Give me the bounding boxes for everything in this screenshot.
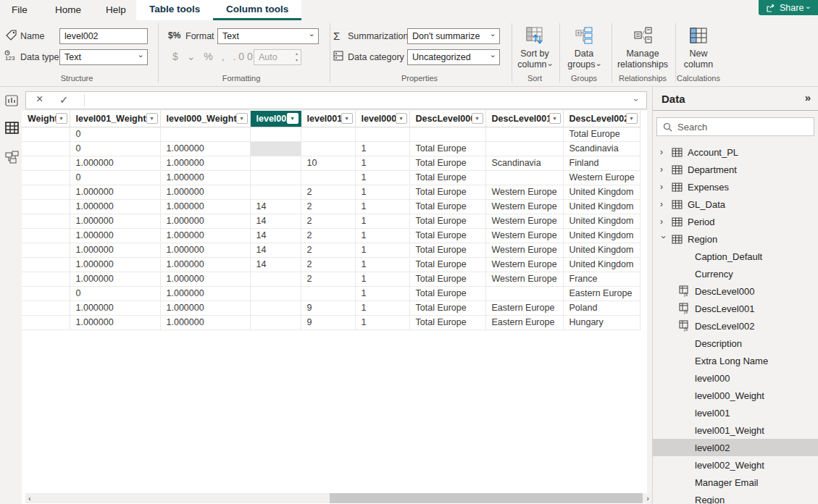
table-cell[interactable]: 2 xyxy=(301,272,355,286)
table-item-Region[interactable]: ›Region xyxy=(653,230,818,248)
table-cell[interactable] xyxy=(485,170,563,185)
format-select[interactable]: Text› xyxy=(217,28,319,44)
table-cell[interactable]: Scandinavia xyxy=(563,141,640,156)
filter-dropdown-icon[interactable]: ▾ xyxy=(341,113,353,124)
scroll-left-icon[interactable]: ‹ xyxy=(28,493,31,503)
table-cell[interactable]: Western Europe xyxy=(485,214,563,228)
expand-formula-bar-icon[interactable]: › xyxy=(632,98,640,101)
table-cell[interactable]: Eastern Europe xyxy=(563,286,640,301)
column-header-DescLevel000[interactable]: DescLevel000▾ xyxy=(409,111,485,127)
table-cell[interactable]: Total Europe xyxy=(563,127,640,141)
column-header-level000[interactable]: level000▾ xyxy=(355,111,409,127)
table-cell[interactable]: 1 xyxy=(355,228,409,243)
column-header-level001[interactable]: level001▾ xyxy=(301,111,355,127)
table-cell[interactable]: Total Europe xyxy=(409,214,485,228)
tab-file[interactable]: File xyxy=(7,0,32,20)
data-view-button[interactable] xyxy=(5,122,18,135)
table-cell[interactable]: Total Europe xyxy=(409,272,485,286)
table-cell[interactable]: 2 xyxy=(301,214,355,228)
table-item-Period[interactable]: ›Period xyxy=(653,213,818,230)
scrollbar-thumb[interactable] xyxy=(330,493,643,503)
column-header-Weight[interactable]: Weight▾ xyxy=(22,111,70,127)
table-cell[interactable] xyxy=(301,141,355,156)
table-cell[interactable]: Total Europe xyxy=(409,199,485,214)
table-cell[interactable]: 0 xyxy=(70,286,160,301)
column-header-DescLevel002[interactable]: DescLevel002▾ xyxy=(563,111,640,127)
field-item-DescLevel002[interactable]: fxDescLevel002 xyxy=(653,317,818,335)
model-view-button[interactable] xyxy=(5,151,18,164)
table-cell[interactable]: 1.000000 xyxy=(160,301,250,315)
table-cell[interactable]: 1 xyxy=(355,315,409,329)
table-cell[interactable]: Total Europe xyxy=(409,141,485,156)
table-cell[interactable]: Total Europe xyxy=(409,315,485,329)
table-cell[interactable] xyxy=(485,141,563,156)
field-item-Manager Email[interactable]: Manager Email xyxy=(653,474,818,491)
table-cell[interactable]: Scandinavia xyxy=(485,156,563,170)
table-cell[interactable]: Total Europe xyxy=(409,170,485,185)
table-cell[interactable] xyxy=(22,301,70,315)
table-cell[interactable]: 1 xyxy=(355,156,409,170)
table-cell[interactable]: Poland xyxy=(563,301,640,315)
field-item-level001[interactable]: level001 xyxy=(653,404,818,421)
table-cell[interactable]: Eastern Europe xyxy=(485,301,563,315)
field-item-Currency[interactable]: Currency xyxy=(653,265,818,282)
chevron-collapsed-icon[interactable]: › xyxy=(660,199,667,209)
table-cell[interactable] xyxy=(22,214,70,228)
column-header-level000_Weight[interactable]: level000_Weight▾ xyxy=(160,111,250,127)
filter-dropdown-icon[interactable]: ▾ xyxy=(146,113,158,124)
tab-table-tools[interactable]: Table tools xyxy=(136,0,213,20)
table-cell[interactable]: Hungary xyxy=(563,315,640,329)
table-cell[interactable] xyxy=(301,127,355,141)
table-cell[interactable] xyxy=(250,127,301,141)
sort-by-column-button[interactable]: Sort by column › xyxy=(513,25,556,70)
table-cell[interactable] xyxy=(250,315,301,329)
table-cell[interactable]: 1.000000 xyxy=(70,257,160,272)
table-cell[interactable]: 14 xyxy=(250,199,301,214)
table-cell[interactable]: Western Europe xyxy=(485,272,563,286)
table-cell[interactable]: 2 xyxy=(301,185,355,199)
table-cell[interactable]: 1 xyxy=(355,170,409,185)
filter-dropdown-icon[interactable]: ▾ xyxy=(549,113,561,124)
table-cell[interactable]: United Kingdom xyxy=(563,257,640,272)
formula-bar[interactable]: × ✓ › xyxy=(25,91,647,109)
table-cell[interactable] xyxy=(250,141,301,156)
table-cell[interactable]: United Kingdom xyxy=(563,185,640,199)
summarization-select[interactable]: Don't summarize› xyxy=(407,28,500,44)
commit-icon[interactable]: ✓ xyxy=(59,93,69,106)
table-cell[interactable]: 1 xyxy=(355,214,409,228)
table-cell[interactable] xyxy=(355,127,409,141)
table-cell[interactable] xyxy=(301,286,355,301)
table-cell[interactable]: 1.000000 xyxy=(160,272,250,286)
table-cell[interactable]: 2 xyxy=(301,243,355,257)
filter-dropdown-icon[interactable]: ▾ xyxy=(56,113,67,124)
table-cell[interactable] xyxy=(250,286,301,301)
tab-column-tools[interactable]: Column tools xyxy=(213,0,301,20)
table-cell[interactable] xyxy=(250,185,301,199)
filter-dropdown-icon[interactable]: ▾ xyxy=(472,113,483,124)
table-cell[interactable]: 2 xyxy=(301,199,355,214)
table-cell[interactable]: 1.000000 xyxy=(70,199,160,214)
table-cell[interactable]: 1.000000 xyxy=(160,199,250,214)
table-cell[interactable]: 14 xyxy=(250,214,301,228)
table-cell[interactable] xyxy=(22,141,70,156)
field-item-DescLevel000[interactable]: fxDescLevel000 xyxy=(653,282,818,300)
table-cell[interactable]: Total Europe xyxy=(409,301,485,315)
table-cell[interactable]: 1 xyxy=(355,257,409,272)
chevron-expanded-icon[interactable]: › xyxy=(659,236,669,243)
table-cell[interactable]: Total Europe xyxy=(409,243,485,257)
table-item-Expenses[interactable]: ›Expenses xyxy=(653,178,818,196)
table-cell[interactable]: 1.000000 xyxy=(70,243,160,257)
table-cell[interactable]: 1.000000 xyxy=(70,214,160,228)
field-item-level002[interactable]: level002 xyxy=(653,439,818,456)
table-cell[interactable] xyxy=(22,170,70,185)
table-cell[interactable] xyxy=(22,185,70,199)
table-cell[interactable]: Western Europe xyxy=(485,257,563,272)
table-cell[interactable]: 1.000000 xyxy=(160,156,250,170)
table-cell[interactable] xyxy=(250,170,301,185)
table-cell[interactable]: 9 xyxy=(301,301,355,315)
tab-home[interactable]: Home xyxy=(51,0,85,20)
field-item-level002_Weight[interactable]: level002_Weight xyxy=(653,456,818,474)
table-cell[interactable]: 1.000000 xyxy=(160,214,250,228)
field-item-level001_Weight[interactable]: level001_Weight xyxy=(653,421,818,439)
table-cell[interactable]: United Kingdom xyxy=(563,214,640,228)
